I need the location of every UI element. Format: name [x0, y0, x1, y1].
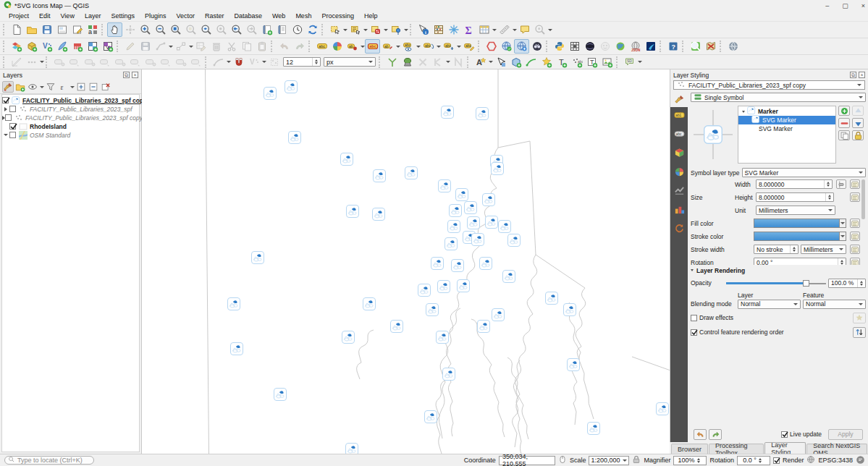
highlight-pinned-labels-button[interactable]: abc: [365, 39, 380, 54]
k-tool-button[interactable]: [430, 55, 445, 69]
properties-scrollbar[interactable]: [861, 179, 866, 265]
sort-order-button[interactable]: [853, 327, 866, 338]
plugin-globe-button[interactable]: [582, 39, 597, 54]
redo-style-button[interactable]: [709, 429, 722, 440]
symbol-tree-svg-marker-2[interactable]: SVG Marker: [738, 124, 835, 133]
layer-visibility-checkbox[interactable]: [9, 106, 16, 112]
open-attribute-table-button[interactable]: [476, 22, 492, 37]
paste-features-button[interactable]: [254, 39, 269, 54]
menu-layer[interactable]: Layer: [80, 12, 106, 21]
text-annotation-button[interactable]: T: [554, 55, 569, 69]
annotation-7-button[interactable]: [143, 55, 158, 69]
symbol-mode-select[interactable]: Single Symbol: [691, 93, 866, 102]
annotation-9-button[interactable]: [173, 55, 188, 69]
style-manager-button[interactable]: a: [85, 22, 100, 37]
add-symbol-layer-button[interactable]: [838, 106, 850, 116]
annotation-3-button[interactable]: [82, 55, 97, 69]
dock-tab-browser[interactable]: Browser: [671, 444, 708, 454]
magnifier-input[interactable]: 100%: [673, 456, 707, 465]
form-annotation-button[interactable]: SD: [622, 55, 637, 69]
coordinate-input[interactable]: 350,034, 210,555: [499, 456, 555, 465]
zoom-full-button[interactable]: [168, 22, 183, 37]
select-annotation-button[interactable]: [493, 55, 508, 69]
measure-button[interactable]: [497, 22, 512, 37]
annotation-6-button[interactable]: [127, 55, 143, 69]
styling-panel-close-button[interactable]: ×: [859, 72, 865, 78]
height-input[interactable]: 8.000000: [756, 192, 834, 202]
processing-toolbox-button[interactable]: [446, 22, 461, 37]
layer-item-0[interactable]: FACILITY_Public_Libraries_2023_spf copy: [2, 96, 139, 104]
blend-layer-select[interactable]: Normal: [738, 300, 801, 309]
fill-color-button[interactable]: [754, 219, 846, 228]
save-edits-button[interactable]: [138, 39, 153, 54]
metasearch-add-button[interactable]: [499, 39, 514, 54]
diagrams-tab[interactable]: [674, 166, 685, 179]
rotation-input-status[interactable]: 0.0 °: [737, 456, 770, 465]
help-contents-button[interactable]: ?: [665, 39, 681, 54]
stroke-width-unit-select[interactable]: Millimeters: [801, 245, 846, 254]
layer-item-1[interactable]: FACILITY_Public_Libraries_2023_spf: [2, 105, 139, 113]
symbology-tab[interactable]: [670, 91, 688, 107]
nominatim-search-button[interactable]: [532, 22, 547, 37]
copy-features-button[interactable]: [239, 39, 254, 54]
network-tool-button[interactable]: [384, 55, 400, 69]
zoom-in-button[interactable]: [138, 22, 153, 37]
point-annotation-button[interactable]: abc: [569, 55, 584, 69]
python-console-button[interactable]: [552, 39, 567, 54]
arrow-tool-button[interactable]: [211, 55, 226, 69]
layers-panel-close-button[interactable]: ×: [132, 72, 138, 78]
menu-help[interactable]: Help: [359, 12, 383, 21]
maximize-button[interactable]: ▢: [842, 2, 848, 9]
refresh-map-button[interactable]: [305, 22, 320, 37]
symbol-tree-svg-marker-1[interactable]: SVG Marker: [738, 116, 835, 124]
close-tool-button[interactable]: [415, 55, 430, 69]
measure-angle-button[interactable]: [9, 55, 24, 69]
zoom-to-selection-button[interactable]: [183, 22, 198, 37]
3d-view-tab[interactable]: [674, 148, 685, 160]
undo-button[interactable]: [277, 39, 292, 54]
menu-vector[interactable]: Vector: [171, 12, 200, 21]
save-project-button[interactable]: [39, 22, 54, 37]
zoom-last-button[interactable]: [229, 22, 244, 37]
scale-select[interactable]: 1:200,000: [589, 456, 629, 465]
stroke-color-button[interactable]: [754, 232, 846, 241]
undo-style-button[interactable]: [694, 429, 707, 440]
show-statistics-button[interactable]: Σ: [461, 22, 476, 37]
annotation-text-button[interactable]: A: [473, 55, 488, 69]
remove-symbol-layer-button[interactable]: [838, 118, 850, 128]
lock-colors-button[interactable]: [852, 130, 864, 140]
annotation-10-button[interactable]: [188, 55, 203, 69]
open-project-button[interactable]: [24, 22, 39, 37]
menu-web[interactable]: Web: [267, 12, 290, 21]
plugin-map-x-button[interactable]: [703, 39, 718, 54]
quickmap-services-button[interactable]: [688, 39, 703, 54]
layer-rendering-header[interactable]: Layer Rendering: [696, 267, 745, 274]
snapping-toggle-button[interactable]: [231, 55, 246, 69]
stroke-width-override-button[interactable]: [850, 245, 860, 254]
layer-labeling-options-button[interactable]: abc: [314, 39, 329, 54]
menu-view[interactable]: View: [56, 12, 80, 21]
menu-mesh[interactable]: Mesh: [290, 12, 316, 21]
crs-label[interactable]: EPSG:3438: [818, 457, 853, 464]
menu-project[interactable]: Project: [4, 12, 34, 21]
menu-processing[interactable]: Processing: [316, 12, 359, 21]
show-layout-manager-button[interactable]: [69, 22, 85, 37]
menu-raster[interactable]: Raster: [200, 12, 229, 21]
blend-feature-select[interactable]: Normal: [803, 300, 866, 309]
cut-features-button[interactable]: [224, 39, 239, 54]
move-up-button[interactable]: [852, 106, 864, 116]
vertex-tool-button[interactable]: [173, 39, 188, 54]
tracing-button[interactable]: V: [246, 55, 261, 69]
styling-panel-float-button[interactable]: ⧉: [850, 72, 856, 78]
delete-selected-button[interactable]: [208, 39, 224, 54]
layer-visibility-checkbox[interactable]: [2, 97, 9, 103]
remove-layer-button[interactable]: [100, 81, 111, 93]
new-bookmark-button[interactable]: [259, 22, 274, 37]
filter-expression-button[interactable]: ε: [57, 81, 69, 93]
rotation-input[interactable]: 0.00 °: [754, 258, 846, 265]
marker-annotation-button[interactable]: [539, 55, 554, 69]
opacity-input[interactable]: 100.0 %: [828, 279, 866, 288]
annotation-5-button[interactable]: [112, 55, 127, 69]
plugin-globe-green-button[interactable]: [612, 39, 628, 54]
menu-settings[interactable]: Settings: [106, 12, 140, 21]
